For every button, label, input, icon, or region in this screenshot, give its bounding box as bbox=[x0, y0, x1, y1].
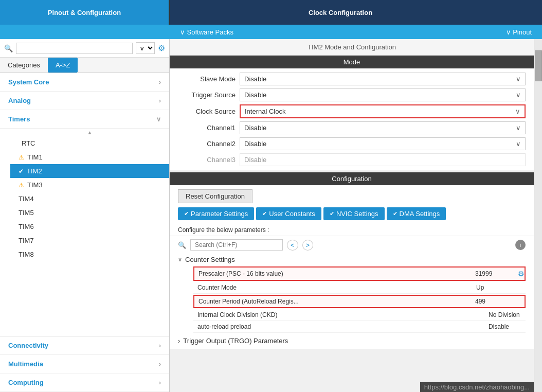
counter-chevron-icon: ∨ bbox=[178, 256, 182, 263]
trigger-source-arrow-icon: ∨ bbox=[516, 91, 521, 99]
header-extra bbox=[511, 0, 542, 25]
pinout-config-header[interactable]: Pinout & Configuration bbox=[0, 0, 170, 25]
chevron-right-icon: › bbox=[159, 342, 161, 349]
tab-categories[interactable]: Categories bbox=[0, 58, 48, 73]
tim3-warning-icon: ⚠ bbox=[19, 182, 24, 189]
prescaler-value: 31999 bbox=[471, 270, 512, 277]
pinout-link[interactable]: ∨ Pinout bbox=[506, 28, 532, 36]
clock-config-header[interactable]: Clock Configuration bbox=[170, 0, 511, 25]
trigger-source-label: Trigger Source bbox=[178, 91, 240, 99]
channel3-select[interactable]: Disable bbox=[240, 153, 526, 166]
nav-tim1[interactable]: ⚠ TIM1 bbox=[10, 150, 169, 164]
nav-tim4[interactable]: TIM4 bbox=[10, 192, 169, 206]
sidebar-tabs: Categories A->Z bbox=[0, 58, 169, 73]
channel3-label: Channel3 bbox=[178, 156, 240, 164]
param-row-counter-period: Counter Period (AutoReload Regis... 499 bbox=[193, 295, 526, 308]
nav-tim6[interactable]: TIM6 bbox=[10, 220, 169, 234]
next-result-button[interactable]: > bbox=[302, 240, 314, 251]
channel2-select[interactable]: Disable ∨ bbox=[240, 137, 526, 150]
clock-config-label: Clock Configuration bbox=[309, 9, 372, 16]
channel3-value: Disable bbox=[244, 156, 266, 164]
params-search-input[interactable] bbox=[190, 239, 283, 251]
url-bar: https://blog.csdn.net/zhaohaobing... bbox=[420, 382, 534, 392]
param-row-prescaler: Prescaler (PSC - 16 bits value) 31999 ⚙ bbox=[193, 266, 526, 281]
pinout-config-label: Pinout & Configuration bbox=[48, 9, 121, 16]
slave-mode-value: Disable bbox=[244, 75, 266, 83]
software-packs-link[interactable]: ∨ Software Packs bbox=[180, 28, 233, 36]
tab-dma-settings[interactable]: ✔ DMA Settings bbox=[387, 207, 446, 220]
tab-user-constants[interactable]: ✔ User Constants bbox=[256, 207, 321, 220]
scrollbar[interactable] bbox=[534, 39, 542, 392]
channel1-value: Disable bbox=[244, 124, 266, 132]
sub-header-left bbox=[0, 25, 170, 39]
mode-section: Mode Slave Mode Disable ∨ Trigger Source… bbox=[170, 56, 534, 170]
channel1-select[interactable]: Disable ∨ bbox=[240, 121, 526, 134]
clock-source-row: Clock Source Internal Clock ∨ bbox=[178, 104, 526, 118]
nav-system-core[interactable]: System Core › bbox=[0, 73, 169, 92]
param-row-counter-mode: Counter Mode Up bbox=[193, 282, 526, 294]
params-search-bar: 🔍 < > i bbox=[170, 236, 534, 254]
channel3-row: Channel3 Disable bbox=[178, 153, 526, 166]
trigger-chevron-icon: › bbox=[178, 337, 180, 345]
nav-tim8[interactable]: TIM8 bbox=[10, 247, 169, 261]
counter-mode-label: Counter Mode bbox=[193, 284, 472, 291]
trigger-output-header[interactable]: › Trigger Output (TRGO) Parameters bbox=[178, 335, 526, 347]
tim2-title: TIM2 Mode and Configuration bbox=[308, 43, 396, 51]
nav-section: System Core › Analog › Timers ∨ ▲ RTC bbox=[0, 73, 169, 261]
chevron-right-icon: › bbox=[159, 79, 161, 86]
nav-computing[interactable]: Computing › bbox=[0, 373, 169, 392]
tab-nvic-settings[interactable]: ✔ NVIC Settings bbox=[323, 207, 385, 220]
config-title: Configuration bbox=[170, 172, 534, 185]
dma-check-icon: ✔ bbox=[393, 210, 398, 217]
channel2-value: Disable bbox=[244, 140, 266, 148]
ckd-value: No Division bbox=[484, 311, 526, 318]
sidebar-bottom-nav: Connectivity › Multimedia › Computing › bbox=[0, 336, 169, 392]
search-dropdown[interactable]: v bbox=[136, 42, 155, 54]
nav-tim3[interactable]: ⚠ TIM3 bbox=[10, 178, 169, 192]
config-section: Configuration Reset Configuration ✔ Para… bbox=[170, 172, 534, 349]
chevron-right-icon: › bbox=[159, 379, 161, 386]
settings-gear-icon[interactable]: ⚙ bbox=[158, 43, 165, 53]
param-settings-check-icon: ✔ bbox=[184, 210, 189, 217]
scroll-thumb[interactable] bbox=[535, 50, 542, 81]
nav-analog[interactable]: Analog › bbox=[0, 92, 169, 110]
tab-parameter-settings[interactable]: ✔ Parameter Settings bbox=[178, 207, 254, 220]
software-packs-label: ∨ Software Packs bbox=[180, 28, 233, 36]
reset-config-button[interactable]: Reset Configuration bbox=[178, 189, 252, 203]
search-input[interactable] bbox=[16, 43, 133, 54]
nav-rtc[interactable]: RTC bbox=[10, 136, 169, 150]
sub-header: ∨ Software Packs ∨ Pinout bbox=[0, 25, 542, 39]
clock-source-value: Internal Clock bbox=[245, 108, 285, 115]
prev-result-button[interactable]: < bbox=[287, 240, 298, 251]
counter-mode-value: Up bbox=[472, 284, 513, 291]
counter-settings-header[interactable]: ∨ Counter Settings bbox=[178, 254, 526, 265]
collapse-arrow-icon: ▲ bbox=[87, 130, 93, 135]
nav-tim2[interactable]: ✔ TIM2 bbox=[10, 164, 169, 178]
channel1-label: Channel1 bbox=[178, 124, 240, 132]
nav-connectivity[interactable]: Connectivity › bbox=[0, 336, 169, 355]
params-text: Configure the below parameters : bbox=[170, 224, 534, 236]
param-row-ckd: Internal Clock Division (CKD) No Divisio… bbox=[193, 309, 526, 321]
nav-timers[interactable]: Timers ∨ bbox=[0, 110, 169, 129]
clock-source-select[interactable]: Internal Clock ∨ bbox=[240, 104, 526, 118]
slave-mode-select[interactable]: Disable ∨ bbox=[240, 73, 526, 85]
channel1-arrow-icon: ∨ bbox=[516, 124, 521, 132]
nav-tim7[interactable]: TIM7 bbox=[10, 234, 169, 247]
pinout-label: ∨ Pinout bbox=[506, 28, 532, 36]
tim2-header: TIM2 Mode and Configuration bbox=[170, 39, 534, 56]
trigger-source-value: Disable bbox=[244, 91, 266, 99]
counter-settings-label: Counter Settings bbox=[185, 256, 235, 263]
nav-multimedia[interactable]: Multimedia › bbox=[0, 355, 169, 373]
tim1-warning-icon: ⚠ bbox=[19, 154, 24, 161]
timers-sub-nav: ▲ RTC ⚠ TIM1 ✔ TIM2 ⚠ TIM3 bbox=[0, 129, 169, 261]
counter-settings-section: ∨ Counter Settings Prescaler (PSC - 16 b… bbox=[170, 254, 534, 333]
trigger-source-select[interactable]: Disable ∨ bbox=[240, 88, 526, 101]
prescaler-gear-icon[interactable]: ⚙ bbox=[512, 270, 525, 278]
nav-tim5[interactable]: TIM5 bbox=[10, 206, 169, 220]
user-constants-check-icon: ✔ bbox=[262, 210, 267, 217]
info-icon[interactable]: i bbox=[515, 240, 526, 250]
tab-atoz[interactable]: A->Z bbox=[48, 58, 78, 73]
main-layout: 🔍 v ⚙ Categories A->Z System Core › Anal… bbox=[0, 39, 542, 392]
tim2-check-icon: ✔ bbox=[19, 168, 24, 175]
autoreload-value: Disable bbox=[484, 323, 526, 330]
